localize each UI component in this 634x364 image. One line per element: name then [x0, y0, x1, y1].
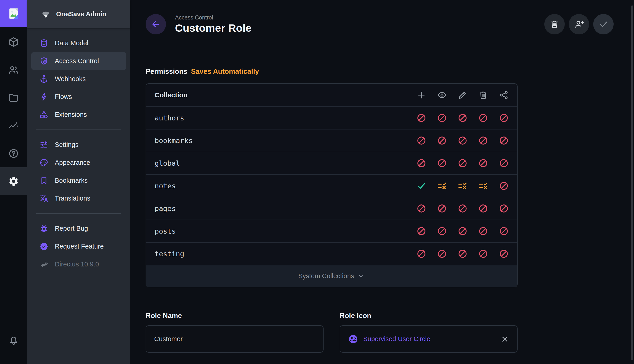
back-button[interactable] [146, 14, 166, 34]
sidebar-item-label: Request Feature [55, 243, 104, 250]
table-row-bookmarks: bookmarks [146, 129, 517, 152]
no-access-icon[interactable] [458, 226, 468, 236]
no-access-icon[interactable] [416, 158, 426, 168]
sidebar-item-extensions[interactable]: Extensions [31, 106, 126, 124]
perm-cell [432, 204, 452, 214]
no-access-icon[interactable] [499, 249, 509, 259]
insights-icon [8, 120, 19, 131]
no-access-icon[interactable] [437, 249, 447, 259]
module-files[interactable] [0, 84, 27, 112]
perm-cell [473, 204, 494, 214]
sidebar-item-data-model[interactable]: Data Model [31, 34, 126, 52]
table-row-posts: posts [146, 220, 517, 242]
no-access-icon[interactable] [478, 249, 488, 259]
module-users[interactable] [0, 56, 27, 84]
perm-cell [473, 249, 494, 259]
no-access-icon[interactable] [437, 226, 447, 236]
sidebar-item-translations[interactable]: Translations [31, 190, 126, 207]
perm-cell [473, 113, 494, 123]
no-access-icon[interactable] [499, 136, 509, 146]
sidebar-item-report-bug[interactable]: Report Bug [31, 220, 126, 238]
full-access-icon[interactable] [416, 181, 426, 191]
save-button[interactable] [593, 14, 614, 34]
no-access-icon[interactable] [478, 136, 488, 146]
database-icon [40, 39, 48, 48]
collection-name: posts [155, 227, 176, 235]
no-access-icon[interactable] [416, 136, 426, 146]
custom-access-icon[interactable] [437, 181, 447, 191]
scrollbar[interactable] [631, 6, 633, 360]
no-access-icon[interactable] [437, 136, 447, 146]
breadcrumb[interactable]: Access Control [175, 14, 252, 21]
perm-cell [411, 113, 432, 123]
project-header[interactable]: OneSave Admin [27, 0, 130, 28]
shapes-icon [40, 110, 48, 119]
no-access-icon[interactable] [458, 204, 468, 214]
shield-user-icon [40, 56, 48, 66]
role-icon-input[interactable]: Supervised User Circle [340, 325, 518, 353]
role-icon-value: Supervised User Circle [348, 334, 430, 344]
no-access-icon[interactable] [458, 158, 468, 168]
module-insights[interactable] [0, 112, 27, 140]
no-access-icon[interactable] [437, 158, 447, 168]
system-collections-toggle[interactable]: System Collections [146, 265, 517, 287]
sidebar-item-bookmarks[interactable]: Bookmarks [31, 172, 126, 190]
perm-cell [473, 226, 494, 236]
sidebar-item-settings[interactable]: Settings [31, 136, 126, 154]
role-name-input[interactable] [154, 335, 315, 343]
perm-cell [494, 226, 514, 236]
nav-divider [36, 213, 121, 214]
custom-access-icon[interactable] [458, 181, 468, 191]
perm-column-create[interactable] [411, 90, 432, 100]
no-access-icon[interactable] [499, 204, 509, 214]
no-access-icon[interactable] [478, 113, 488, 123]
perm-cell [411, 249, 432, 259]
pencil-icon [458, 90, 468, 100]
cube-icon [8, 37, 19, 48]
no-access-icon[interactable] [478, 226, 488, 236]
sidebar-item-request-feature[interactable]: Request Feature [31, 238, 126, 255]
bell-icon [8, 335, 19, 346]
module-settings[interactable] [0, 167, 27, 195]
permission-toggles [411, 249, 514, 259]
no-access-icon[interactable] [458, 249, 468, 259]
perm-cell [411, 136, 432, 146]
no-access-icon[interactable] [478, 158, 488, 168]
sidebar-item-appearance[interactable]: Appearance [31, 154, 126, 172]
perm-column-delete[interactable] [473, 90, 494, 100]
no-access-icon[interactable] [478, 204, 488, 214]
no-access-icon[interactable] [499, 226, 509, 236]
no-access-icon[interactable] [458, 136, 468, 146]
no-access-icon[interactable] [499, 158, 509, 168]
notifications-button[interactable] [0, 335, 27, 346]
module-help[interactable] [0, 140, 27, 167]
role-icon-value-text: Supervised User Circle [363, 335, 430, 343]
invite-users-button[interactable] [569, 14, 589, 34]
no-access-icon[interactable] [416, 226, 426, 236]
clear-role-icon-button[interactable] [500, 335, 509, 344]
sidebar-item-flows[interactable]: Flows [31, 88, 126, 106]
no-access-icon[interactable] [437, 113, 447, 123]
module-content[interactable] [0, 28, 27, 56]
perm-column-update[interactable] [452, 90, 473, 100]
perm-column-read[interactable] [432, 90, 452, 100]
sidebar-item-access-control[interactable]: Access Control [31, 52, 126, 70]
table-row-global: global [146, 152, 517, 174]
no-access-icon[interactable] [499, 113, 509, 123]
sidebar-item-directus-10-9-0[interactable]: Directus 10.9.0 [31, 255, 126, 273]
no-access-icon[interactable] [437, 204, 447, 214]
perm-cell [473, 136, 494, 146]
custom-access-icon[interactable] [478, 181, 488, 191]
delete-role-button[interactable] [544, 14, 565, 34]
users-icon [8, 64, 19, 76]
no-access-icon[interactable] [499, 181, 509, 191]
no-access-icon[interactable] [416, 113, 426, 123]
sidebar-item-webhooks[interactable]: Webhooks [31, 70, 126, 88]
no-access-icon[interactable] [416, 249, 426, 259]
perm-column-share[interactable] [494, 90, 514, 100]
role-icon-field: Role Icon Supervised User Circle [340, 312, 518, 353]
perm-cell [411, 204, 432, 214]
no-access-icon[interactable] [416, 204, 426, 214]
project-logo[interactable] [0, 0, 27, 27]
no-access-icon[interactable] [458, 113, 468, 123]
